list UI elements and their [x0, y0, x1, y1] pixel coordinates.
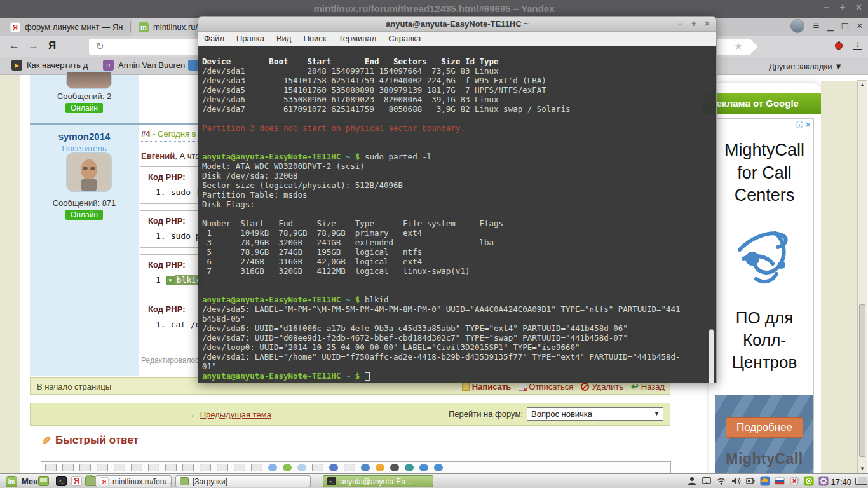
forward-icon[interactable]: → — [28, 39, 39, 52]
google-ad[interactable]: i × MightyCall for Call Centers ПО для К… — [715, 118, 814, 473]
mention-link[interactable]: Евгений — [141, 151, 175, 161]
editor-button[interactable] — [45, 464, 57, 471]
files-launcher-icon[interactable] — [85, 476, 96, 486]
hamburger-menu-icon[interactable]: ≡ — [813, 19, 819, 33]
terminal-menu-поиск[interactable]: Поиск — [303, 34, 326, 46]
terminal-icon: >_ — [327, 477, 336, 485]
yandex-launcher-icon[interactable]: Я — [71, 476, 82, 486]
editor-button[interactable] — [268, 464, 277, 471]
workspace-switcher-icon[interactable] — [855, 478, 865, 485]
browser-minimize-icon[interactable]: _ — [827, 19, 833, 33]
online-badge: Онлайн — [30, 208, 139, 220]
editor-button[interactable] — [131, 464, 142, 471]
bookmark-item[interactable]: ▶Как начертить д — [11, 60, 88, 71]
editor-button[interactable] — [312, 464, 323, 471]
editor-button[interactable] — [217, 464, 228, 471]
top-of-page-link[interactable]: В начало страницы — [37, 382, 111, 391]
editor-button[interactable] — [405, 464, 414, 471]
browser-close-icon[interactable]: × — [857, 19, 863, 33]
terminal-menu-справка[interactable]: Справка — [388, 34, 421, 46]
ad-cta-button[interactable]: Подробнее — [726, 417, 803, 438]
scroll-down-icon[interactable]: ▼ — [860, 466, 865, 471]
editor-button[interactable] — [148, 464, 159, 471]
editor-button[interactable] — [114, 464, 125, 471]
avatar[interactable] — [66, 152, 112, 192]
bookmark-item[interactable]: RArmin Van Buuren — [103, 60, 185, 71]
keyboard-layout-ru-icon[interactable] — [775, 476, 785, 486]
firewall-icon[interactable] — [789, 476, 799, 486]
ad-close-icon[interactable]: × — [806, 121, 811, 128]
editor-button[interactable] — [390, 464, 399, 471]
downloads-icon[interactable]: ↓ — [853, 39, 862, 50]
volume-icon[interactable] — [731, 476, 741, 486]
terminal-titlebar[interactable]: anyuta@anyuta-EasyNote-TE11HC ~ – + × — [198, 16, 717, 32]
editor-button[interactable] — [200, 464, 211, 471]
bookmark-label: Как начертить д — [27, 60, 88, 70]
editor-button[interactable] — [234, 464, 245, 471]
window-button-label: anyuta@anyuta-Ea… — [340, 477, 413, 486]
pencil-icon: ✎ — [39, 435, 53, 445]
user-icon[interactable] — [687, 476, 697, 486]
editor-button[interactable] — [344, 464, 355, 471]
terminal-scrollbar-thumb[interactable] — [709, 329, 714, 383]
terminal-body[interactable]: Device Boot Start End Sectors Size Id Ty… — [198, 46, 717, 383]
editor-button[interactable] — [419, 464, 428, 471]
terminal-menu-вид[interactable]: Вид — [276, 34, 292, 46]
bookmark-star-icon[interactable]: ★ — [735, 41, 743, 52]
browser-titlebar: mintlinux.ru/forum/thread12435.html#6969… — [0, 0, 868, 18]
editor-button[interactable] — [361, 464, 370, 471]
reload-icon[interactable]: ↻ — [96, 41, 104, 52]
display-cast-icon[interactable] — [702, 476, 712, 486]
minimize-icon[interactable]: – — [824, 2, 829, 13]
editor-button[interactable] — [434, 464, 443, 471]
system-tray — [687, 476, 829, 486]
taskbar-window-1[interactable]: Яmintlinux.ru/foru… — [95, 475, 172, 487]
editor-button[interactable] — [62, 464, 74, 471]
previous-topic-link[interactable]: ← Предыдущая тема — [189, 410, 271, 419]
ad-info-icon[interactable]: i — [796, 121, 803, 128]
cloud-sync-icon[interactable] — [760, 476, 770, 486]
editor-button[interactable] — [376, 464, 384, 471]
settings-icon[interactable] — [818, 476, 829, 486]
wifi-icon[interactable] — [716, 476, 726, 486]
maximize-icon[interactable]: + — [691, 18, 696, 29]
taskbar-window-3[interactable]: >_anyuta@anyuta-Ea… — [323, 475, 433, 487]
close-icon[interactable]: × — [856, 2, 862, 13]
editor-button[interactable] — [165, 464, 177, 471]
browser-window-title: mintlinux.ru/forum/thread12435.html#6969… — [0, 3, 868, 14]
terminal-menu-правка[interactable]: Правка — [236, 34, 264, 46]
close-icon[interactable]: × — [705, 18, 710, 29]
taskbar-window-2[interactable]: [Загрузки] — [175, 475, 311, 487]
post-author[interactable]: symon2014 — [30, 131, 139, 142]
editor-button[interactable] — [283, 464, 292, 471]
nvidia-icon[interactable] — [804, 476, 814, 486]
terminal-menu-файл[interactable]: Файл — [204, 34, 224, 46]
other-bookmarks-button[interactable]: Другие закладки ▼ — [769, 62, 843, 71]
battery-icon[interactable] — [745, 476, 756, 486]
terminal-line — [202, 285, 714, 295]
profile-avatar[interactable] — [790, 19, 804, 33]
scrollbar-thumb[interactable] — [859, 304, 865, 457]
ad-headline: MightyCall for Call Centers — [719, 139, 810, 207]
editor-button[interactable] — [182, 464, 194, 471]
maximize-icon[interactable]: + — [839, 2, 845, 13]
terminal-menu-терминал[interactable]: Терминал — [338, 34, 376, 46]
terminal-launcher-icon[interactable]: >_ — [56, 476, 67, 486]
editor-button[interactable] — [79, 464, 91, 471]
show-desktop-icon[interactable] — [38, 476, 49, 486]
page-scrollbar[interactable]: ▲ ▼ — [857, 80, 867, 473]
selection-handle-icon[interactable]: ▼ — [166, 276, 175, 285]
editor-button[interactable] — [329, 464, 338, 471]
scroll-up-icon[interactable]: ▲ — [860, 82, 865, 88]
minimize-icon[interactable]: – — [678, 18, 683, 29]
editor-button[interactable] — [297, 464, 306, 471]
extension-bug-icon[interactable] — [833, 41, 844, 50]
terminal-line: Partition Table: msdos — [202, 190, 714, 200]
editor-button[interactable] — [251, 464, 262, 471]
back-icon[interactable]: ← — [9, 39, 20, 52]
yandex-home-icon[interactable]: Я — [48, 39, 56, 52]
editor-button[interactable] — [97, 464, 108, 471]
forum-select[interactable]: Вопрос новичка ▼ — [527, 407, 663, 421]
tab-forum-search[interactable]: Я форум линукс минт — Янд — [4, 18, 130, 36]
browser-maximize-icon[interactable]: □ — [842, 19, 848, 33]
